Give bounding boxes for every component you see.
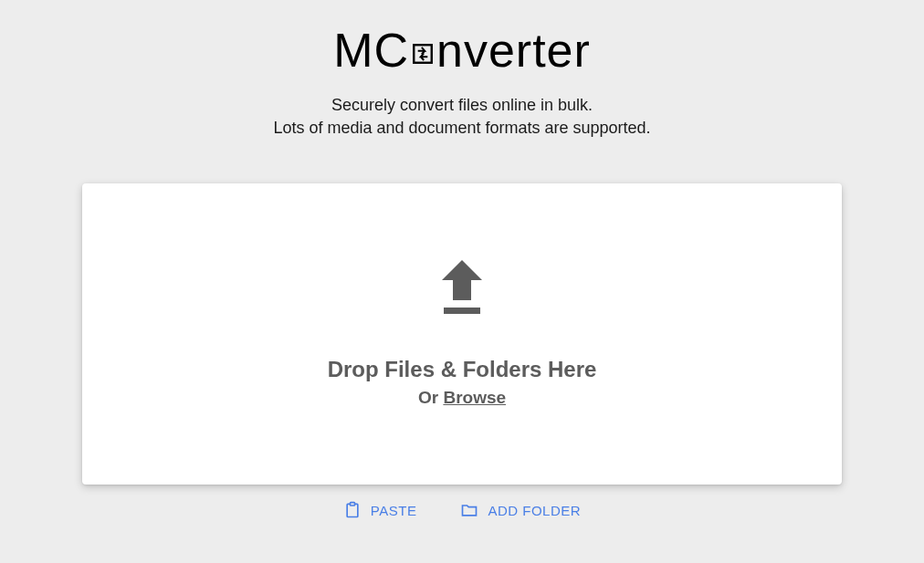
upload-icon <box>438 260 486 320</box>
tagline: Securely convert files online in bulk. L… <box>273 94 650 140</box>
browse-link[interactable]: Browse <box>443 388 506 407</box>
dropzone-subtitle: Or Browse <box>418 388 506 408</box>
paste-button[interactable]: PASTE <box>343 501 417 519</box>
convert-arrows-icon <box>411 42 435 66</box>
logo-text-suffix: nverter <box>436 23 591 78</box>
tagline-line1: Securely convert files online in bulk. <box>273 94 650 117</box>
main-container: MC nverter Securely convert files online… <box>0 0 924 519</box>
folder-icon <box>460 501 478 519</box>
action-row: PASTE ADD FOLDER <box>343 501 581 519</box>
dropzone-title: Drop Files & Folders Here <box>328 357 597 382</box>
add-folder-label: ADD FOLDER <box>488 503 581 518</box>
or-text: Or <box>418 388 443 407</box>
app-logo: MC nverter <box>333 23 591 78</box>
clipboard-icon <box>343 501 362 519</box>
svg-rect-1 <box>444 308 480 314</box>
add-folder-button[interactable]: ADD FOLDER <box>460 501 581 519</box>
tagline-line2: Lots of media and document formats are s… <box>273 117 650 140</box>
svg-rect-3 <box>350 503 354 506</box>
file-dropzone[interactable]: Drop Files & Folders Here Or Browse <box>82 183 842 485</box>
logo-text-prefix: MC <box>333 23 409 78</box>
paste-label: PASTE <box>371 503 417 518</box>
